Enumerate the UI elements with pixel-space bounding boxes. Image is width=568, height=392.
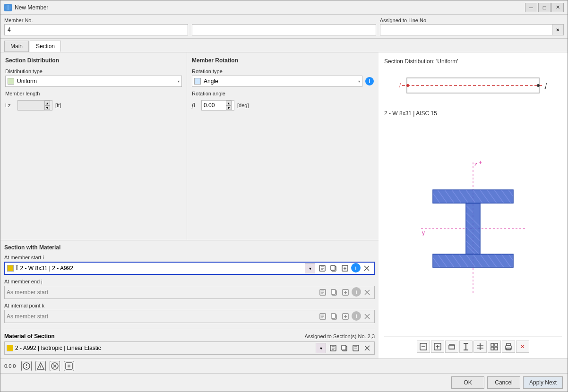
internal-new-btn[interactable] <box>340 311 351 322</box>
section-color-start <box>7 265 14 272</box>
member-length-spinner: ▲ ▼ <box>44 101 50 110</box>
svg-point-125 <box>40 367 41 368</box>
status-icon-2[interactable] <box>35 361 46 371</box>
distribution-type-group: Distribution type Uniform ▾ <box>5 68 182 87</box>
rotation-type-color <box>194 78 201 85</box>
status-icon-4[interactable] <box>64 361 74 371</box>
end-new-btn[interactable] <box>340 287 351 298</box>
start-new-btn[interactable] <box>340 263 350 273</box>
tabs-bar: Main Section <box>0 39 568 52</box>
status-icon-3[interactable] <box>50 361 60 371</box>
left-panel: Section Distribution Distribution type U… <box>0 52 379 358</box>
middle-input[interactable] <box>192 24 376 35</box>
svg-rect-42 <box>342 345 346 350</box>
member-no-input[interactable] <box>4 24 188 35</box>
rotation-angle-row: β ▲ ▼ [deg] <box>192 100 374 111</box>
material-book-btn[interactable] <box>328 343 338 353</box>
svg-rect-20 <box>331 290 336 294</box>
assigned-line-group: Assigned to Line No. ✕ <box>380 17 564 35</box>
material-delete-btn[interactable] <box>362 343 372 353</box>
internal-book-btn[interactable] <box>318 311 328 322</box>
assigned-line-input[interactable] <box>380 24 552 35</box>
end-delete-btn[interactable] <box>362 287 372 298</box>
cancel-button[interactable]: Cancel <box>487 376 520 389</box>
internal-section-tools: i <box>318 311 372 322</box>
status-icons <box>21 361 74 371</box>
section-distribution-panel: Section Distribution Distribution type U… <box>0 52 187 240</box>
member-no-label: Member No. <box>4 17 188 23</box>
svg-rect-119 <box>507 348 510 350</box>
at-member-end-row: As member start i <box>4 286 375 299</box>
svg-rect-114 <box>495 343 498 346</box>
at-member-end-value: As member start <box>7 289 316 296</box>
at-internal-point-row: As member start i <box>4 310 375 323</box>
internal-info-btn[interactable]: i <box>352 311 361 321</box>
start-dropdown-arrow[interactable]: ▾ <box>305 263 315 273</box>
rotation-info-button[interactable]: i <box>365 77 374 85</box>
svg-text:i: i <box>399 82 401 89</box>
beta-label: β <box>192 102 198 109</box>
material-dropdown-arrow[interactable]: ▾ <box>316 343 326 353</box>
tab-section[interactable]: Section <box>30 41 61 52</box>
close-button[interactable]: ✕ <box>551 3 564 12</box>
status-bar: 0.0 0 <box>0 358 568 373</box>
main-content: Section Distribution Distribution type U… <box>0 52 568 358</box>
start-copy-btn[interactable] <box>328 263 339 273</box>
section-distribution-title: Section Distribution <box>5 57 182 64</box>
start-info-btn[interactable]: i <box>351 263 361 273</box>
svg-rect-82 <box>433 254 513 267</box>
spinner-up[interactable]: ▲ <box>44 101 50 105</box>
ok-button[interactable]: OK <box>451 376 484 389</box>
minimize-button[interactable]: ─ <box>525 3 537 12</box>
svg-rect-113 <box>491 343 494 346</box>
apply-next-button[interactable]: Apply Next <box>523 376 563 389</box>
rp-tool-3[interactable] <box>445 341 458 353</box>
member-rotation-panel: Member Rotation Rotation type Angle ▾ i <box>187 52 379 240</box>
rp-close-btn[interactable]: ✕ <box>516 341 529 353</box>
tab-main[interactable]: Main <box>4 41 29 52</box>
member-length-var: Lz <box>5 102 15 108</box>
rotation-type-group: Rotation type Angle ▾ i <box>192 68 374 87</box>
rp-tool-5[interactable] <box>473 341 487 353</box>
end-copy-btn[interactable] <box>329 287 339 298</box>
material-copy-btn[interactable] <box>339 343 350 353</box>
rp-tool-4[interactable] <box>459 341 473 353</box>
rp-print-btn[interactable] <box>502 341 515 353</box>
member-length-row: Lz ▲ ▼ [ft] <box>5 100 182 111</box>
start-section-tools: i <box>317 263 372 273</box>
distribution-type-select[interactable]: Uniform ▾ <box>5 76 182 87</box>
maximize-button[interactable]: □ <box>538 3 551 12</box>
rp-tool-6[interactable] <box>488 341 501 353</box>
rp-tool-1[interactable] <box>417 341 430 353</box>
internal-delete-btn[interactable] <box>362 311 372 322</box>
internal-copy-btn[interactable] <box>329 311 339 322</box>
rotation-type-select[interactable]: Angle ▾ <box>192 76 362 87</box>
material-edit-btn[interactable] <box>351 343 361 353</box>
rp-tool-2[interactable] <box>431 341 444 353</box>
rotation-spinner-down[interactable]: ▼ <box>226 105 232 110</box>
section-dist-preview-title: Section Distribution: 'Uniform' <box>384 58 562 65</box>
material-tools <box>328 343 372 353</box>
svg-rect-104 <box>449 345 455 349</box>
rotation-spinner-up[interactable]: ▲ <box>226 101 232 105</box>
rotation-angle-spinner: ▲ ▼ <box>226 101 232 110</box>
svg-text:j: j <box>544 82 547 89</box>
at-internal-point-group: At internal point k As member start <box>4 303 375 323</box>
end-book-btn[interactable] <box>318 287 328 298</box>
svg-text:y: y <box>422 230 425 236</box>
status-icon-1[interactable] <box>21 361 32 371</box>
app-icon <box>4 4 12 11</box>
material-of-section-title: Material of Section <box>4 333 55 340</box>
rotation-angle-input[interactable] <box>204 102 225 109</box>
rotation-angle-unit: [deg] <box>237 102 249 108</box>
distribution-type-label: Distribution type <box>5 68 182 74</box>
end-info-btn[interactable]: i <box>352 287 361 297</box>
dialog-footer: OK Cancel Apply Next <box>0 373 568 392</box>
start-delete-btn[interactable] <box>361 263 372 273</box>
assigned-line-button[interactable]: ✕ <box>552 24 564 35</box>
member-length-input[interactable] <box>20 102 43 109</box>
section-material-panel: Section with Material At member start i … <box>0 240 379 358</box>
start-book-btn[interactable] <box>317 263 327 273</box>
spinner-down[interactable]: ▼ <box>44 105 50 110</box>
svg-point-52 <box>406 84 409 87</box>
